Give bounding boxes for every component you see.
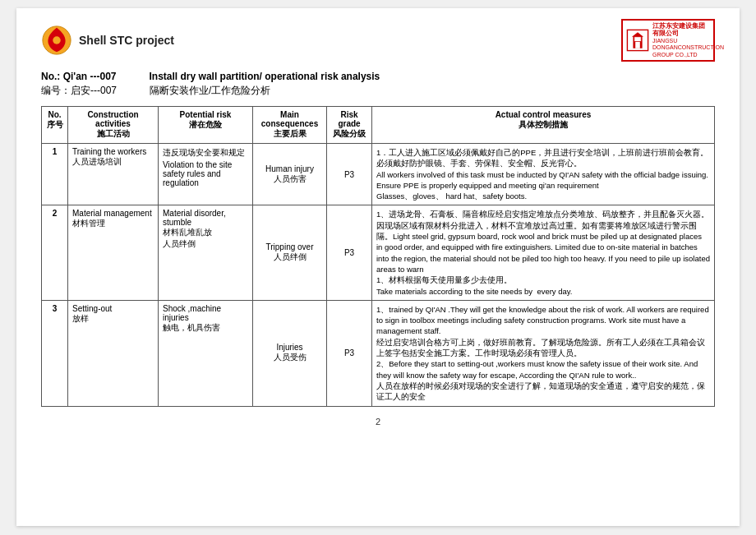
row-1-activity: Training the workers 人员进场培训 [68,144,159,205]
project-title-en: Install dry wall partition/ operational … [150,71,380,82]
header-grade: Risk grade 风险分级 [327,107,372,144]
row-2-no: 2 [42,205,68,300]
project-no-cn: 编号：启安---007 [41,84,117,98]
row-3-activity: Setting-out 放样 [68,300,159,406]
header-consequence: Main consequences 主要后果 [253,107,327,144]
company-logo-icon [626,29,649,52]
row-2-risk: Material disorder, stumble 材料乱堆乱放 人员绊倒 [159,205,253,300]
project-row-1: No.: Qi'an ---007 Install dry wall parti… [41,71,715,82]
row-2-control: 1、进场龙骨、石膏板、隔音棉应经启安指定堆放点分类堆放、码放整齐，并且配备灭火器… [372,205,715,300]
page-number: 2 [41,417,715,427]
row-2-consequence: Tripping over 人员绊倒 [253,205,327,300]
row-3-grade: P3 [327,300,372,406]
header-no: No. 序号 [42,107,68,144]
company-name: 江苏东安建设集团有限公司 JIANGSU DONGANCONSTRUCTION … [652,22,710,58]
company-name-cn: 江苏东安建设集团有限公司 [652,22,710,38]
project-title-cn: 隔断安装作业/工作危险分析 [150,84,270,98]
row-1-no: 1 [42,144,68,205]
header-risk: Potential risk 潜在危险 [159,107,253,144]
row-3-consequence: Injuries 人员受伤 [253,300,327,406]
svg-point-1 [53,36,61,44]
table-row: 3 Setting-out 放样 Shock ,machine injuries… [42,300,715,406]
row-1-consequence: Human injury 人员伤害 [253,144,327,205]
header: Shell STC project 江苏东安建设集团有限公司 JIANGSU D… [41,25,715,56]
row-3-control: 1、trained by QI'AN .They will get the kn… [372,300,715,406]
left-logo: Shell STC project [41,25,174,56]
project-no: No.: Qi'an ---007 [41,71,117,82]
right-logo: 江苏东安建设集团有限公司 JIANGSU DONGANCONSTRUCTION … [616,25,715,56]
row-1-control: 1．工人进入施工区域必须佩戴好自己的PPE，并且进行安全培训，上班前进行班前会教… [372,144,715,205]
svg-rect-5 [634,37,641,42]
shell-title: Shell STC project [79,34,174,47]
shell-logo-icon [41,25,72,56]
row-2-activity: Material management 材料管理 [68,205,159,300]
row-3-no: 3 [42,300,68,406]
project-info: No.: Qi'an ---007 Install dry wall parti… [41,71,715,98]
row-1-grade: P3 [327,144,372,205]
table-row: 1 Training the workers 人员进场培训 违反现场安全要和规定… [42,144,715,205]
header-control: Actual control measures 具体控制措施 [372,107,715,144]
project-row-2: 编号：启安---007 隔断安装作业/工作危险分析 [41,84,715,98]
header-activity: Construction activities 施工活动 [68,107,159,144]
company-name-en: JIANGSU DONGANCONSTRUCTION GROUP CO.,LTD [652,38,710,58]
row-3-risk: Shock ,machine injuries 触电，机具伤害 [159,300,253,406]
table-row: 2 Material management 材料管理 Material diso… [42,205,715,300]
row-1-risk: 违反现场安全要和规定 Violation to the site safety … [159,144,253,205]
row-2-grade: P3 [327,205,372,300]
svg-rect-4 [635,41,640,48]
page: Shell STC project 江苏东安建设集团有限公司 JIANGSU D… [16,8,740,526]
company-logo-box: 江苏东安建设集团有限公司 JIANGSU DONGANCONSTRUCTION … [621,19,715,62]
main-table: No. 序号 Construction activities 施工活动 Pote… [41,106,715,407]
table-header-row: No. 序号 Construction activities 施工活动 Pote… [42,107,715,144]
